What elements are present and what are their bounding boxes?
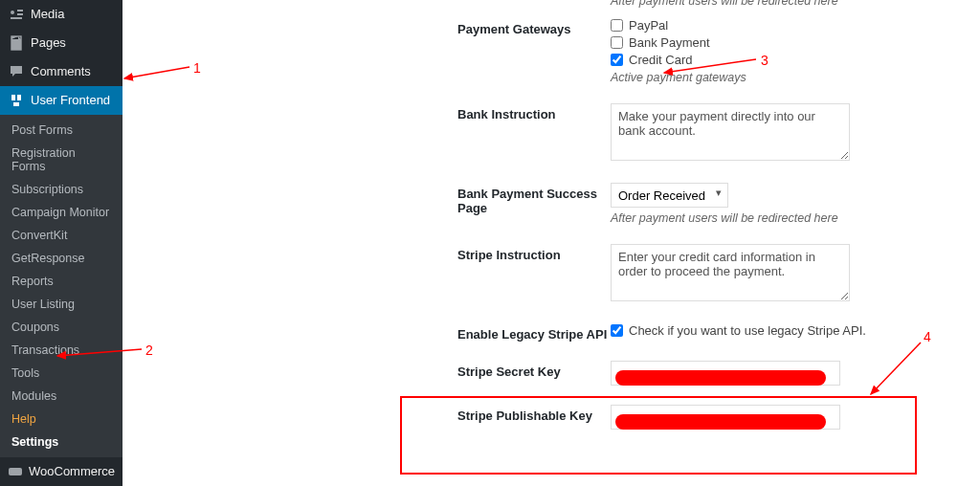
sidebar-item-label: WooCommerce: [29, 464, 115, 479]
gateway-cc-row[interactable]: Credit Card: [611, 53, 879, 67]
label-legacy-stripe: Enable Legacy Stripe API: [457, 323, 611, 342]
label-bank-success: Bank Payment Success Page: [457, 183, 611, 215]
sidebar-item-comments[interactable]: Comments: [0, 57, 122, 86]
svg-rect-1: [9, 468, 22, 475]
sidebar-item-media[interactable]: Media: [0, 0, 122, 29]
sidebar-item-label: Comments: [31, 64, 91, 79]
submenu-modules[interactable]: Modules: [0, 385, 122, 408]
submenu-transactions[interactable]: Transactions: [0, 339, 122, 362]
checkbox-paypal[interactable]: [611, 19, 623, 32]
checkbox-legacy-stripe[interactable]: [611, 324, 623, 337]
label-stripe-instruction: Stripe Instruction: [457, 244, 611, 262]
sidebar-item-woocommerce[interactable]: WooCommerce: [0, 457, 122, 486]
gateways-desc: Active payment gateways: [611, 71, 879, 84]
submenu-help[interactable]: Help: [0, 408, 122, 431]
textarea-stripe-instruction[interactable]: Enter your credit card information in or…: [611, 244, 850, 301]
submenu-campaign-monitor[interactable]: Campaign Monitor: [0, 201, 122, 224]
page-icon: [8, 34, 25, 52]
sidebar-item-user-frontend[interactable]: User Frontend: [0, 86, 122, 115]
label-stripe-secret: Stripe Secret Key: [457, 361, 611, 379]
submenu-coupons[interactable]: Coupons: [0, 316, 122, 339]
sidebar-submenu: Post FormsRegistration FormsSubscription…: [0, 115, 122, 457]
checkbox-credit-card[interactable]: [611, 54, 623, 66]
submenu-settings[interactable]: Settings: [0, 431, 122, 453]
legacy-stripe-row[interactable]: Check if you want to use legacy Stripe A…: [611, 323, 879, 338]
media-icon: [8, 6, 25, 23]
userfrontend-icon: [8, 92, 25, 109]
label-payment-gateways: Payment Gateways: [457, 18, 611, 36]
checkbox-bank[interactable]: [611, 36, 623, 49]
label-bank: Bank Payment: [629, 35, 710, 50]
submenu-getresponse[interactable]: GetResponse: [0, 247, 122, 270]
submenu-subscriptions[interactable]: Subscriptions: [0, 178, 122, 201]
redaction-secret: [615, 370, 826, 386]
submenu-tools[interactable]: Tools: [0, 362, 122, 385]
sidebar-item-label: Pages: [31, 35, 66, 51]
comments-icon: [8, 63, 25, 80]
admin-sidebar: MediaPagesComments User Frontend Post Fo…: [0, 0, 122, 486]
settings-content: After payment users will be redirected h…: [122, 0, 980, 486]
submenu-convertkit[interactable]: ConvertKit: [0, 224, 122, 247]
gateway-bank-row[interactable]: Bank Payment: [611, 35, 879, 50]
submenu-post-forms[interactable]: Post Forms: [0, 119, 122, 142]
label-stripe-publishable: Stripe Publishable Key: [457, 405, 611, 423]
redaction-publishable: [615, 414, 826, 430]
sidebar-item-pages[interactable]: Pages: [0, 29, 122, 57]
submenu-registration-forms[interactable]: Registration Forms: [0, 142, 122, 178]
redirect-desc-top: After payment users will be redirected h…: [611, 0, 961, 8]
select-bank-success-page[interactable]: Order Received: [611, 183, 728, 208]
bank-success-desc: After payment users will be redirected h…: [611, 211, 879, 225]
label-bank-instruction: Bank Instruction: [457, 103, 611, 122]
legacy-stripe-text: Check if you want to use legacy Stripe A…: [629, 323, 866, 338]
sidebar-item-label: User Frontend: [31, 93, 110, 108]
label-paypal: PayPal: [629, 18, 668, 33]
sidebar-item-label: Media: [31, 7, 64, 22]
textarea-bank-instruction[interactable]: Make your payment directly into our bank…: [611, 103, 850, 161]
woocommerce-icon: [8, 463, 23, 480]
label-credit-card: Credit Card: [629, 53, 692, 67]
gateway-paypal-row[interactable]: PayPal: [611, 18, 879, 33]
submenu-user-listing[interactable]: User Listing: [0, 293, 122, 316]
submenu-reports[interactable]: Reports: [0, 270, 122, 293]
